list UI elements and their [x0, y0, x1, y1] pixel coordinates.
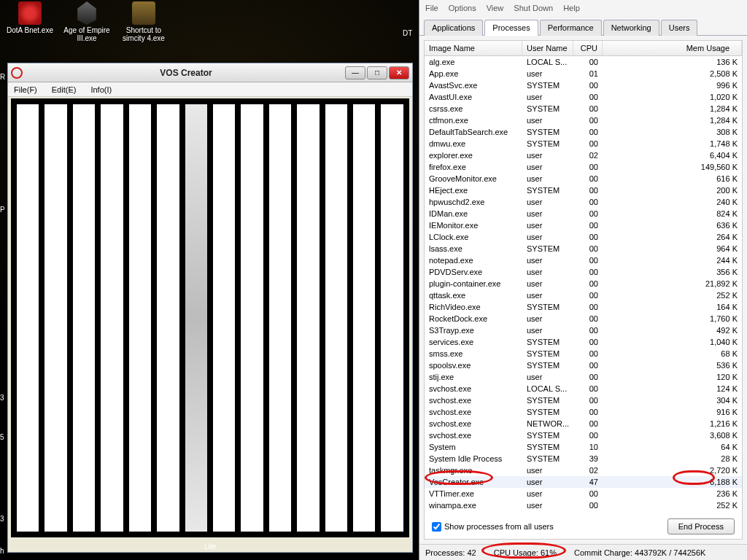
table-row[interactable]: services.exeSYSTEM001,040 K: [425, 336, 742, 348]
vos-lane-7[interactable]: [212, 103, 236, 533]
cell-cpu: 00: [573, 81, 603, 90]
col-user-name[interactable]: User Name: [522, 41, 573, 55]
vos-creator-window: VOS Creator — □ ✕ File(F) Edit(E) Info(I…: [7, 63, 413, 553]
cell-mem: 252 K: [603, 291, 742, 300]
table-row[interactable]: ctfmon.exeuser001,284 K: [425, 114, 742, 126]
table-row[interactable]: svchost.exeNETWOR...001,216 K: [425, 418, 742, 429]
end-process-button[interactable]: End Process: [667, 518, 735, 534]
table-row[interactable]: notepad.exeuser00244 K: [425, 254, 742, 266]
cell-mem: 1,040 K: [603, 338, 742, 346]
vos-lane-1[interactable]: [43, 103, 68, 533]
vos-lane-8[interactable]: [239, 103, 264, 533]
table-row[interactable]: csrss.exeSYSTEM001,284 K: [425, 103, 742, 114]
vos-lane-4[interactable]: [128, 103, 152, 533]
table-row[interactable]: SystemSYSTEM1064 K: [425, 441, 742, 453]
table-row[interactable]: spoolsv.exeSYSTEM00536 K: [425, 359, 742, 371]
close-button[interactable]: ✕: [389, 66, 409, 79]
tm-menu-options[interactable]: Options: [449, 4, 476, 12]
vos-lane-12[interactable]: [352, 103, 376, 533]
table-row[interactable]: DefaultTabSearch.exeSYSTEM00308 K: [425, 126, 742, 138]
vos-lane-9[interactable]: [268, 103, 293, 533]
table-row[interactable]: svchost.exeSYSTEM003,608 K: [425, 429, 742, 441]
table-row[interactable]: LClock.exeuser00264 K: [425, 231, 742, 243]
vos-menu-edit[interactable]: Edit(E): [49, 84, 80, 96]
table-row[interactable]: stij.exeuser00120 K: [425, 371, 742, 383]
table-row[interactable]: svchost.exeSYSTEM00304 K: [425, 394, 742, 406]
table-row[interactable]: S3Trayp.exeuser00492 K: [425, 324, 742, 336]
table-row[interactable]: firefox.exeuser00149,560 K: [425, 161, 742, 173]
vos-lane-5[interactable]: [155, 103, 180, 533]
vos-lane-0[interactable]: [15, 103, 40, 533]
table-row[interactable]: RocketDock.exeuser001,760 K: [425, 313, 742, 324]
table-row[interactable]: plugin-container.exeuser0021,892 K: [425, 278, 742, 289]
tm-process-list[interactable]: alg.exeLOCAL S...00136 KApp.exeuser012,5…: [425, 56, 742, 514]
vos-titlebar[interactable]: VOS Creator — □ ✕: [8, 63, 412, 82]
col-mem-usage[interactable]: Mem Usage: [603, 41, 742, 55]
vos-canvas[interactable]: [11, 98, 409, 537]
cell-cpu: 00: [573, 209, 603, 218]
vos-lane-2[interactable]: [71, 103, 96, 533]
desktop-icon-shortcut-to-simcity-4-exe[interactable]: Shortcut to simcity 4.exe: [118, 1, 169, 42]
tab-applications[interactable]: Applications: [424, 20, 483, 36]
cell-cpu: 00: [573, 198, 603, 206]
table-row[interactable]: RichVideo.exeSYSTEM00164 K: [425, 301, 742, 313]
desktop-icon-dota-bnet-exe[interactable]: DotA Bnet.exe: [4, 1, 55, 34]
table-row[interactable]: hpwuschd2.exeuser00240 K: [425, 196, 742, 208]
cell-user-name: user: [522, 268, 573, 276]
tab-networking[interactable]: Networking: [603, 20, 659, 36]
vos-lane-11[interactable]: [324, 103, 349, 533]
table-row[interactable]: lsass.exeSYSTEM00964 K: [425, 243, 742, 254]
cell-mem: 356 K: [603, 268, 742, 276]
tab-processes[interactable]: Processes: [484, 20, 538, 36]
tm-menu-file[interactable]: File: [425, 4, 438, 12]
table-row[interactable]: App.exeuser012,508 K: [425, 68, 742, 79]
tab-users[interactable]: Users: [661, 20, 698, 36]
show-all-users-checkbox[interactable]: [432, 522, 441, 532]
tm-menu-view[interactable]: View: [487, 4, 504, 12]
tm-menu-shutdown[interactable]: Shut Down: [514, 4, 553, 12]
desktop-icon-age-of-empire-iii-exe[interactable]: Age of Empire III.exe: [61, 1, 112, 42]
table-row[interactable]: VosCreator.exeuser476,188 K: [425, 476, 742, 488]
cell-user-name: user: [522, 93, 573, 101]
cell-image-name: System: [425, 443, 522, 451]
table-row[interactable]: dmwu.exeSYSTEM001,748 K: [425, 138, 742, 149]
table-row[interactable]: PDVDServ.exeuser00356 K: [425, 266, 742, 278]
vos-lane-10[interactable]: [295, 103, 320, 533]
col-image-name[interactable]: Image Name: [425, 41, 522, 55]
cell-image-name: AvastSvc.exe: [425, 81, 522, 90]
table-row[interactable]: HEject.exeSYSTEM00200 K: [425, 184, 742, 196]
vos-menubar: File(F) Edit(E) Info(I): [8, 82, 412, 97]
minimize-button[interactable]: —: [345, 66, 365, 79]
show-all-users-check[interactable]: Show processes from all users: [432, 522, 554, 532]
table-row[interactable]: qttask.exeuser00252 K: [425, 289, 742, 301]
vos-lane-6[interactable]: [184, 103, 209, 533]
maximize-button[interactable]: □: [367, 66, 387, 79]
vos-menu-file[interactable]: File(F): [11, 84, 40, 96]
tm-menu-help[interactable]: Help: [563, 4, 580, 12]
table-row[interactable]: explorer.exeuser026,404 K: [425, 149, 742, 161]
col-cpu[interactable]: CPU: [573, 41, 603, 55]
cell-cpu: 00: [573, 303, 603, 311]
table-row[interactable]: System Idle ProcessSYSTEM3928 K: [425, 453, 742, 464]
table-row[interactable]: AvastSvc.exeSYSTEM00996 K: [425, 79, 742, 91]
vos-lane-3[interactable]: [99, 103, 124, 533]
cell-mem: 1,216 K: [603, 419, 742, 428]
table-row[interactable]: GrooveMonitor.exeuser00616 K: [425, 173, 742, 184]
cell-mem: 2,720 K: [603, 466, 742, 475]
table-row[interactable]: alg.exeLOCAL S...00136 K: [425, 56, 742, 68]
table-row[interactable]: IEMonitor.exeuser00636 K: [425, 219, 742, 231]
vos-menu-info[interactable]: Info(I): [88, 84, 115, 96]
table-row[interactable]: VTTimer.exeuser00236 K: [425, 488, 742, 499]
table-row[interactable]: IDMan.exeuser00824 K: [425, 208, 742, 219]
edge-label: 3: [0, 394, 4, 402]
cell-cpu: 00: [573, 291, 603, 300]
vos-lane-13[interactable]: [379, 103, 404, 533]
table-row[interactable]: AvastUI.exeuser001,020 K: [425, 91, 742, 103]
tab-performance[interactable]: Performance: [540, 20, 602, 36]
table-row[interactable]: svchost.exeLOCAL S...00124 K: [425, 383, 742, 394]
table-row[interactable]: winampa.exeuser00252 K: [425, 499, 742, 511]
cell-cpu: 00: [573, 116, 603, 125]
table-row[interactable]: smss.exeSYSTEM0068 K: [425, 348, 742, 359]
table-row[interactable]: svchost.exeSYSTEM00916 K: [425, 406, 742, 418]
table-row[interactable]: taskmgr.exeuser022,720 K: [425, 464, 742, 476]
